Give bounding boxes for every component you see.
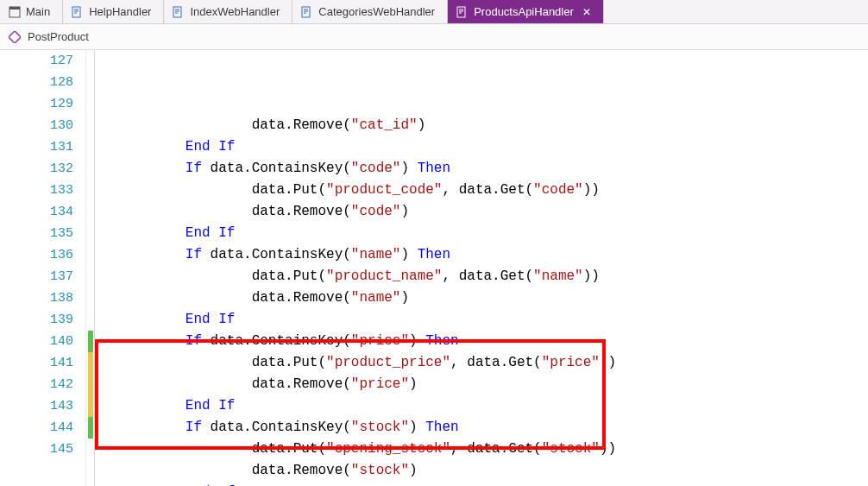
code-line[interactable]: End If — [119, 395, 868, 417]
tab-label: IndexWebHandler — [190, 5, 280, 18]
svg-rect-5 — [457, 7, 465, 17]
breadcrumb: PostProduct — [0, 24, 868, 50]
code-line[interactable]: data.Remove("code") — [119, 201, 868, 223]
svg-rect-2 — [72, 7, 80, 17]
svg-rect-3 — [173, 7, 181, 17]
change-marker — [88, 417, 93, 439]
tab-label: ProductsApiHandler — [474, 5, 574, 18]
tab-label: Main — [26, 5, 50, 18]
code-line[interactable]: data.Put("product_name", data.Get("name"… — [119, 266, 868, 287]
form-icon — [9, 6, 21, 18]
line-number: 131 — [0, 136, 73, 158]
change-marker — [88, 331, 93, 352]
line-number: 134 — [0, 201, 73, 223]
line-number: 129 — [0, 93, 73, 115]
code-icon — [456, 6, 469, 18]
code-line[interactable]: data.Put("product_code", data.Get("code"… — [119, 180, 868, 201]
code-line[interactable]: If data.ContainsKey("code") Then — [119, 158, 868, 180]
line-number: 135 — [0, 223, 73, 244]
line-number: 136 — [0, 244, 73, 266]
change-margin — [86, 50, 95, 486]
code-content[interactable]: data.Remove("cat_id") End If If data.Con… — [95, 50, 868, 486]
code-line[interactable]: data.Remove("cat_id") — [119, 115, 868, 136]
svg-rect-1 — [9, 7, 20, 9]
svg-rect-4 — [302, 7, 310, 17]
line-number: 130 — [0, 115, 73, 136]
line-number: 138 — [0, 287, 73, 309]
code-line[interactable]: End If — [119, 223, 868, 244]
line-gutter: 1271281291301311321331341351361371381391… — [0, 50, 86, 486]
code-line[interactable]: data.Put("opening_stock", data.Get("stoc… — [119, 439, 868, 460]
code-line[interactable]: If data.ContainsKey("name") Then — [119, 244, 868, 266]
code-line[interactable]: End If — [119, 136, 868, 158]
change-marker — [88, 352, 93, 374]
code-line[interactable]: data.Remove("stock") — [119, 460, 868, 482]
line-number: 142 — [0, 374, 73, 395]
method-icon — [9, 31, 21, 43]
line-number: 133 — [0, 180, 73, 201]
line-number: 132 — [0, 158, 73, 180]
code-line[interactable]: data.Remove("price") — [119, 374, 868, 395]
line-number: 137 — [0, 266, 73, 287]
tab-categorieswebhandler[interactable]: CategoriesWebHandler — [292, 0, 448, 23]
change-marker — [88, 374, 93, 395]
code-icon — [72, 6, 84, 18]
tab-label: CategoriesWebHandler — [318, 5, 435, 18]
line-number: 143 — [0, 395, 73, 417]
code-line[interactable]: data.Remove("name") — [119, 287, 868, 309]
line-number: 127 — [0, 50, 73, 72]
breadcrumb-label[interactable]: PostProduct — [28, 30, 89, 43]
line-number: 144 — [0, 417, 73, 439]
code-line[interactable]: data.Put("product_price", data.Get("pric… — [119, 352, 868, 374]
tab-bar: Main HelpHandler IndexWebHandler Categor… — [0, 0, 868, 24]
code-line[interactable]: If data.ContainsKey("price") Then — [119, 331, 868, 352]
change-marker — [88, 395, 93, 417]
code-icon — [173, 6, 185, 18]
line-number: 141 — [0, 352, 73, 374]
tab-indexwebhandler[interactable]: IndexWebHandler — [164, 0, 292, 23]
tab-productsapihandler[interactable]: ProductsApiHandler ✕ — [448, 0, 604, 23]
line-number: 128 — [0, 72, 73, 93]
line-number: 139 — [0, 309, 73, 331]
code-editor[interactable]: 1271281291301311321331341351361371381391… — [0, 50, 868, 486]
code-line[interactable]: End If — [119, 482, 868, 486]
code-line[interactable]: If data.ContainsKey("stock") Then — [119, 417, 868, 439]
tab-main[interactable]: Main — [0, 0, 63, 23]
code-line[interactable]: End If — [119, 309, 868, 331]
close-icon[interactable]: ✕ — [582, 6, 591, 18]
tab-helphandler[interactable]: HelpHandler — [63, 0, 164, 23]
line-number: 145 — [0, 439, 73, 460]
tab-label: HelpHandler — [89, 5, 151, 18]
line-number: 140 — [0, 331, 73, 352]
code-icon — [301, 6, 313, 18]
svg-rect-6 — [9, 31, 21, 43]
